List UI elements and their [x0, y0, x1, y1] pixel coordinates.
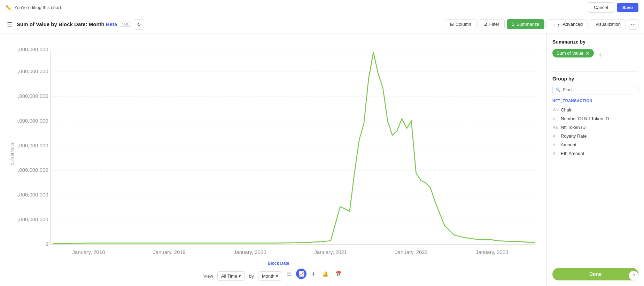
summarize-button[interactable]: Σ Summarize — [507, 19, 545, 29]
chevron-down-icon: ▾ — [239, 273, 241, 279]
by-label: by — [249, 273, 254, 279]
beta-badge: Beta — [106, 21, 117, 27]
save-button[interactable]: Save — [617, 3, 638, 12]
field-item[interactable]: Aa Nft Token ID — [552, 123, 638, 132]
field-name: Amount — [561, 142, 576, 147]
view-controls: View All Time ▾ by Month ▾ — [203, 267, 282, 284]
field-name: Nft Token ID — [561, 125, 585, 130]
toolbar: ☰ Sum of Value by Block Date: Month Beta… — [0, 15, 644, 33]
chip-close-icon[interactable]: ✕ — [585, 51, 590, 56]
svg-text:6,000,000,000: 6,000,000,000 — [17, 167, 48, 173]
svg-text:0: 0 — [45, 241, 48, 247]
toolbar-right: ⊞ Column ⊿ Filter Σ Summarize ⋮⋮ Advance… — [445, 19, 638, 30]
summarize-label: Summarize — [517, 22, 540, 27]
field-type-icon: Aa — [553, 107, 558, 112]
help-icon[interactable]: ? — [629, 271, 638, 280]
chart-svg: 0 2,000,000,000 4,000,000,000 6,000,000,… — [17, 40, 540, 259]
hamburger-button[interactable]: ☰ — [6, 21, 14, 28]
field-type-icon: # — [553, 151, 558, 155]
field-item[interactable]: # Royalty Rate — [552, 132, 638, 140]
chart-inner: 0 2,000,000,000 4,000,000,000 6,000,000,… — [17, 40, 540, 267]
filter-button[interactable]: ⊿ Filter — [479, 19, 505, 29]
view-label: View — [203, 273, 213, 279]
editing-text: You're editing this chart. — [14, 5, 62, 10]
alert-button[interactable]: 🔔 — [321, 269, 330, 278]
field-name: Royalty Rate — [561, 133, 587, 139]
month-select[interactable]: Month ▾ — [258, 271, 282, 281]
svg-text:2,000,000,000: 2,000,000,000 — [17, 216, 48, 222]
svg-text:January, 2022: January, 2022 — [395, 249, 428, 255]
month-value: Month — [262, 273, 274, 279]
visualization-button[interactable]: Visualization — [590, 19, 626, 29]
column-button[interactable]: ⊞ Column — [445, 19, 476, 29]
field-name: Number Of Nft Token ID — [561, 116, 609, 121]
svg-text:12,000,000,000: 12,000,000,000 — [17, 93, 48, 99]
search-box: 🔍 — [552, 85, 638, 94]
field-type-icon: # — [553, 116, 558, 121]
chart-bottom-icons: ☰ 📈 ⬇ 🔔 📅 — [285, 269, 343, 282]
filter-label: Filter — [489, 22, 499, 27]
field-type-icon: Aa — [553, 125, 558, 129]
table-name: NFT_TRANSACTION — [552, 99, 638, 103]
calendar-button[interactable]: 📅 — [334, 269, 343, 278]
summarize-icon: Σ — [512, 22, 515, 27]
column-label: Column — [456, 22, 471, 27]
chart-controls: View All Time ▾ by Month ▾ ☰ 📈 ⬇ 🔔 — [203, 267, 343, 284]
right-panel: Summarize by Sum of Value ✕ + Group by 🔍… — [546, 33, 644, 286]
cancel-button[interactable]: Cancel — [588, 2, 614, 13]
svg-text:January, 2019: January, 2019 — [153, 249, 186, 255]
download-button[interactable]: ⬇ — [310, 269, 317, 278]
svg-text:8,000,000,000: 8,000,000,000 — [17, 142, 48, 148]
x-axis-label: Block Date — [17, 261, 540, 267]
top-bar: ✏️ You're editing this chart. Cancel Sav… — [0, 0, 644, 15]
field-name: Chain — [561, 107, 573, 113]
svg-text:January, 2021: January, 2021 — [315, 249, 347, 255]
field-item[interactable]: # Amount — [552, 140, 638, 149]
fields-list: Aa Chain # Number Of Nft Token ID Aa Nft… — [552, 106, 638, 158]
field-type-icon: # — [553, 133, 558, 138]
chevron-down-icon-2: ▾ — [276, 273, 278, 279]
refresh-button[interactable]: ↻ — [134, 19, 144, 30]
advanced-button[interactable]: ⋮⋮ Advanced — [546, 19, 588, 29]
field-item[interactable]: # Eth Amount — [552, 149, 638, 158]
svg-text:10,000,000,000: 10,000,000,000 — [17, 118, 48, 124]
svg-text:January, 2023: January, 2023 — [476, 249, 509, 255]
pencil-icon: ✏️ — [6, 5, 11, 10]
advanced-icon: ⋮⋮ — [552, 22, 561, 27]
view-select[interactable]: All Time ▾ — [217, 271, 245, 281]
chart-title-text: Sum of Value by Block Date: Month — [17, 21, 104, 27]
add-metric-button[interactable]: + — [597, 51, 604, 59]
svg-text:16,000,000,000: 16,000,000,000 — [17, 46, 48, 52]
search-icon: 🔍 — [556, 87, 561, 92]
chip-label: Sum of Value — [557, 51, 583, 56]
divider — [552, 71, 638, 72]
filter-icon: ⊿ — [484, 22, 488, 27]
svg-text:January, 2020: January, 2020 — [234, 249, 266, 255]
list-view-button[interactable]: ☰ — [285, 269, 293, 279]
field-item[interactable]: # Number Of Nft Token ID — [552, 114, 638, 123]
svg-text:14,000,000,000: 14,000,000,000 — [17, 68, 48, 74]
svg-text:January, 2018: January, 2018 — [72, 249, 105, 255]
field-item[interactable]: Aa Chain — [552, 106, 638, 114]
toolbar-left: ☰ Sum of Value by Block Date: Month Beta… — [6, 19, 442, 30]
chart-wrapper: Sum of Value 0 2,00 — [7, 40, 540, 267]
main-layout: Sum of Value 0 2,00 — [0, 33, 644, 286]
more-options-button[interactable]: ⋯ — [628, 19, 638, 30]
visualization-label: Visualization — [595, 22, 621, 27]
sql-badge[interactable]: SQL — [120, 22, 131, 27]
chart-view-button[interactable]: 📈 — [296, 269, 307, 279]
field-name: Eth Amount — [561, 151, 584, 156]
column-icon: ⊞ — [450, 22, 454, 27]
group-by-search[interactable] — [563, 87, 635, 92]
top-bar-actions: Cancel Save — [588, 2, 638, 13]
done-button[interactable]: Done — [552, 268, 638, 280]
advanced-label: Advanced — [562, 22, 583, 27]
sum-of-value-chip: Sum of Value ✕ — [552, 49, 594, 57]
editing-notice: ✏️ You're editing this chart. — [6, 5, 62, 10]
chart-title: Sum of Value by Block Date: Month Beta — [17, 21, 117, 27]
field-type-icon: # — [553, 142, 558, 147]
view-value: All Time — [221, 273, 237, 279]
group-by-title: Group by — [552, 76, 638, 82]
bottom-bar: View All Time ▾ by Month ▾ ☰ 📈 ⬇ 🔔 — [7, 267, 540, 284]
summarize-by-title: Summarize by — [552, 39, 638, 45]
